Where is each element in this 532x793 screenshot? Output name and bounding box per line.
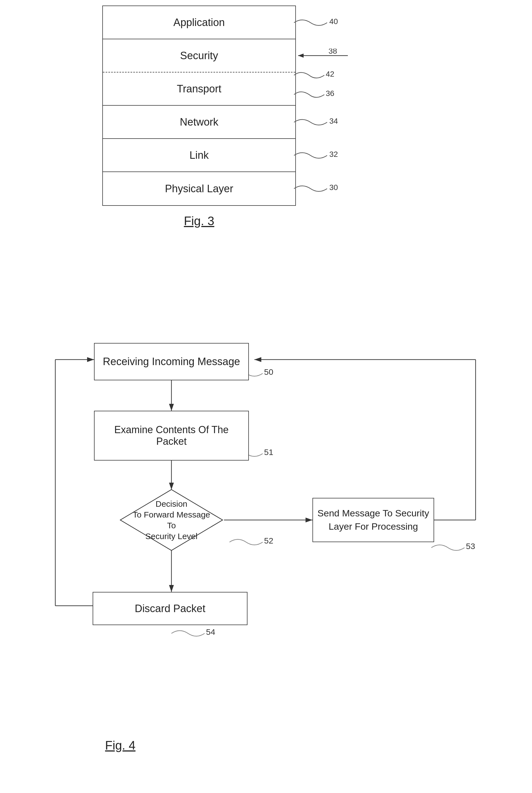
diamond-decision: DecisionTo Forward Message ToSecurity Le… [119, 488, 224, 552]
layer-physical: Physical Layer 30 [103, 172, 295, 205]
svg-text:42: 42 [326, 70, 334, 78]
layer-application-label: Application [173, 17, 225, 29]
layer-physical-label: Physical Layer [165, 183, 233, 195]
fig4-container: 50 51 52 53 54 Receiving Incoming Messag… [0, 332, 532, 761]
layer-network-label: Network [180, 116, 218, 128]
arrow-38: 38 [292, 49, 350, 62]
box-send: Send Message To Security Layer For Proce… [312, 498, 434, 542]
layer-network: Network 34 [103, 106, 295, 139]
squiggle-42-36: 42 36 [294, 67, 338, 111]
svg-text:30: 30 [329, 183, 338, 192]
layer-security: Security 38 [103, 39, 295, 73]
flowchart: 50 51 52 53 54 Receiving Incoming Messag… [0, 332, 532, 761]
layer-transport: Transport 42 36 [103, 73, 295, 106]
layer-link: Link 32 [103, 139, 295, 172]
layer-security-label: Security [180, 50, 218, 62]
fig3-caption: Fig. 3 [75, 214, 324, 228]
svg-text:32: 32 [329, 150, 338, 158]
svg-text:34: 34 [329, 117, 338, 125]
box-examine-label: Examine Contents Of The Packet [99, 424, 244, 447]
fig4-caption: Fig. 4 [105, 738, 135, 752]
squiggle-32: 32 [294, 147, 338, 169]
diamond-label: DecisionTo Forward Message ToSecurity Le… [119, 488, 224, 552]
squiggle-40: 40 [294, 14, 338, 37]
svg-text:50: 50 [264, 367, 273, 376]
layer-application: Application 40 [103, 6, 295, 39]
box-examine: Examine Contents Of The Packet [94, 411, 249, 460]
svg-text:40: 40 [329, 17, 338, 26]
layer-stack: Application 40 Security [102, 5, 296, 206]
svg-text:54: 54 [206, 627, 215, 637]
layer-link-label: Link [189, 149, 209, 161]
svg-text:36: 36 [326, 89, 334, 98]
box-discard-label: Discard Packet [135, 603, 206, 615]
fig3-container: Application 40 Security [75, 5, 324, 228]
page: Application 40 Security [0, 0, 532, 793]
flowchart-svg: 50 51 52 53 54 [0, 332, 532, 761]
svg-text:53: 53 [466, 542, 475, 551]
squiggle-30: 30 [294, 180, 338, 203]
box-send-label: Send Message To Security Layer For Proce… [318, 507, 429, 533]
box-discard: Discard Packet [93, 592, 247, 625]
box-receive: Receiving Incoming Message [94, 343, 249, 380]
layer-transport-label: Transport [177, 83, 221, 95]
svg-text:51: 51 [264, 448, 273, 457]
svg-text:52: 52 [264, 536, 273, 545]
squiggle-34: 34 [294, 114, 338, 136]
box-receive-label: Receiving Incoming Message [103, 356, 240, 367]
svg-text:38: 38 [328, 49, 337, 55]
